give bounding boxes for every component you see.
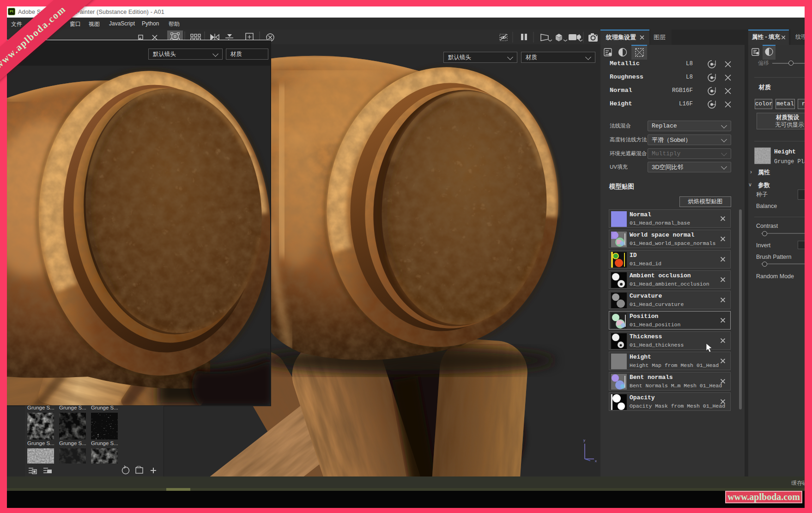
svg-text:x: x [595,459,597,463]
svg-text:y: y [583,438,585,442]
